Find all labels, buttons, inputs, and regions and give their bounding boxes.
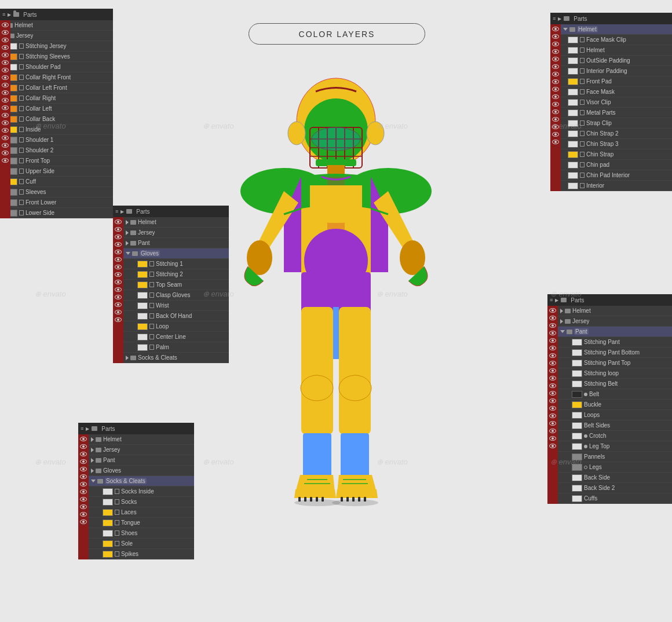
eye-icon[interactable] (115, 287, 122, 292)
list-item[interactable]: Stitching Pant (558, 337, 672, 347)
layer-row-jersey[interactable]: Jersey (0, 31, 113, 41)
list-item[interactable]: Collar Right (0, 93, 113, 104)
eye-icon[interactable] (549, 308, 556, 313)
list-item[interactable]: Buckle (558, 400, 672, 410)
eye-icon[interactable] (549, 436, 556, 441)
list-item[interactable]: Chin Strap (561, 149, 672, 160)
list-item[interactable]: Pant (558, 327, 672, 337)
list-item[interactable]: Interior Padding (561, 66, 672, 76)
eye-icon[interactable] (2, 120, 9, 125)
list-item[interactable]: Collar Left (0, 104, 113, 114)
eye-icon[interactable] (552, 109, 559, 114)
eye-icon[interactable] (549, 421, 556, 426)
eye-icon[interactable] (80, 512, 87, 517)
list-item[interactable]: Loops (558, 410, 672, 420)
eye-icon[interactable] (2, 83, 9, 87)
list-item[interactable]: Pannels (558, 452, 672, 462)
list-item[interactable]: Jersey (89, 445, 194, 455)
eye-icon[interactable] (2, 105, 9, 110)
list-item[interactable]: Socks & Cleats (89, 476, 194, 486)
list-item[interactable]: Shoulder 2 (0, 145, 113, 156)
list-item[interactable]: Upper Side (0, 166, 113, 177)
eye-icon[interactable] (2, 45, 9, 50)
list-item[interactable]: Stitching 2 (123, 269, 229, 280)
eye-icon[interactable] (549, 323, 556, 328)
eye-icon[interactable] (80, 459, 87, 464)
list-item[interactable]: Helmet (561, 24, 672, 35)
eye-icon[interactable] (552, 87, 559, 92)
eye-icon[interactable] (2, 38, 9, 42)
eye-icon[interactable] (80, 474, 87, 479)
list-item[interactable]: Chin Strap 3 (561, 139, 672, 149)
list-item[interactable]: Back Side 2 (558, 483, 672, 493)
eye-icon[interactable] (549, 406, 556, 411)
list-item[interactable]: Front Pad (561, 76, 672, 87)
list-item[interactable]: Interior (561, 181, 672, 191)
list-item[interactable]: Wrist (123, 301, 229, 311)
list-item[interactable]: Stitching Belt (558, 379, 672, 389)
eye-icon[interactable] (549, 338, 556, 343)
eye-icon[interactable] (552, 49, 559, 54)
list-item[interactable]: Collar Left Front (0, 83, 113, 93)
eye-icon[interactable] (115, 219, 122, 224)
list-item[interactable]: Stitching loop (558, 368, 672, 379)
eye-icon[interactable] (80, 437, 87, 441)
list-item[interactable]: Socks Inside (89, 486, 194, 497)
list-item[interactable]: Tongue (89, 518, 194, 528)
eye-icon[interactable] (552, 117, 559, 122)
eye-icon[interactable] (552, 140, 559, 144)
list-item[interactable]: Front Top (0, 156, 113, 166)
list-item[interactable]: Stitching Sleeves (0, 52, 113, 62)
eye-icon[interactable] (549, 346, 556, 350)
eye-icon[interactable] (2, 30, 9, 35)
eye-icon[interactable] (552, 94, 559, 99)
list-item[interactable]: Helmet (558, 306, 672, 316)
list-item[interactable]: Socks & Cleats (123, 353, 229, 363)
eye-icon[interactable] (2, 98, 9, 103)
eye-icon[interactable] (2, 128, 9, 133)
list-item[interactable]: Back Of Hand (123, 311, 229, 321)
list-item[interactable]: Face Mask Clip (561, 35, 672, 45)
list-item[interactable]: Jersey (558, 316, 672, 327)
eye-icon[interactable] (2, 158, 9, 163)
list-item[interactable]: Sole (89, 539, 194, 549)
list-item[interactable]: Cuffs (558, 493, 672, 504)
list-item[interactable]: Chin Strap 2 (561, 129, 672, 139)
list-item[interactable]: Collar Right Front (0, 72, 113, 83)
list-item[interactable]: Palm (123, 342, 229, 353)
list-item[interactable]: Socks (89, 497, 194, 507)
list-item[interactable]: Clasp Gloves (123, 290, 229, 301)
list-item[interactable]: Stitching Pant Bottom (558, 347, 672, 358)
list-item[interactable]: Gloves (123, 248, 229, 259)
list-item[interactable]: Shoulder Pad (0, 62, 113, 72)
eye-icon[interactable] (552, 34, 559, 39)
list-item[interactable]: Front Lower (0, 197, 113, 208)
eye-icon[interactable] (2, 151, 9, 155)
list-item[interactable]: Strap Clip (561, 118, 672, 129)
eye-icon[interactable] (2, 68, 9, 72)
eye-icon[interactable] (80, 489, 87, 494)
list-item[interactable]: Chin pad (561, 160, 672, 170)
eye-icon[interactable] (2, 23, 9, 27)
list-item[interactable]: Gloves (89, 466, 194, 476)
list-item[interactable]: Legs (558, 462, 672, 473)
eye-icon[interactable] (2, 53, 9, 57)
list-item[interactable]: Leg Top (558, 441, 672, 452)
eye-icon[interactable] (549, 361, 556, 365)
layer-row-helmet[interactable]: Helmet (0, 20, 113, 31)
list-item[interactable]: Cuff (0, 177, 113, 187)
list-item[interactable]: Shoes (89, 528, 194, 539)
eye-icon[interactable] (80, 497, 87, 502)
eye-icon[interactable] (115, 280, 122, 284)
eye-icon[interactable] (2, 143, 9, 148)
list-item[interactable]: Loop (123, 321, 229, 332)
list-item[interactable]: Belt (558, 389, 672, 400)
eye-icon[interactable] (549, 353, 556, 358)
list-item[interactable]: Laces (89, 507, 194, 518)
list-item[interactable]: Stitching Pant Top (558, 358, 672, 368)
eye-icon[interactable] (549, 316, 556, 320)
eye-icon[interactable] (549, 414, 556, 418)
eye-icon[interactable] (549, 383, 556, 388)
eye-icon[interactable] (115, 302, 122, 307)
eye-icon[interactable] (115, 295, 122, 299)
